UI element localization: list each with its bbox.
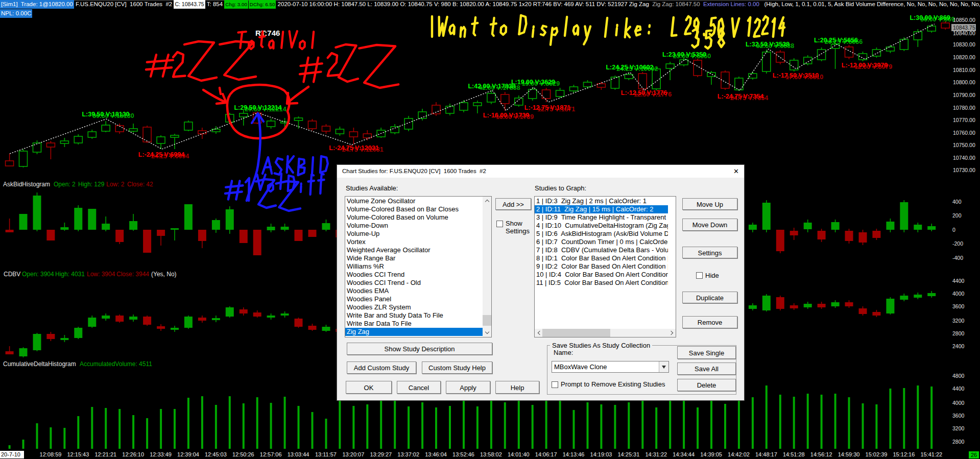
svg-text:12:57:06: 12:57:06: [260, 451, 282, 457]
svg-text:13:46:04: 13:46:04: [425, 451, 447, 457]
svg-text:10750.00: 10750.00: [953, 142, 975, 148]
svg-text:10780.00: 10780.00: [953, 105, 975, 111]
svg-text:L:32.50 V:3538: L:32.50 V:3538: [746, 41, 790, 48]
svg-text:Close: 3944: Close: 3944: [116, 271, 149, 278]
svg-text:4800: 4800: [952, 373, 965, 379]
svg-text:4400: 4400: [952, 278, 965, 284]
svg-text:L:23.00 V:5350: L:23.00 V:5350: [662, 51, 706, 58]
svg-text:10850.00: 10850.00: [953, 17, 975, 23]
svg-text:L:29.50 V:12214: L:29.50 V:12214: [234, 104, 281, 111]
svg-text:L:-24.75 V:12031: L:-24.75 V:12031: [329, 144, 378, 152]
svg-text:Low: 2: Low: 2: [106, 181, 125, 188]
svg-text:12:26:10: 12:26:10: [122, 451, 144, 457]
svg-text:AccumulatedVolume: 4511: AccumulatedVolume: 4511: [80, 360, 152, 368]
svg-text:0: 0: [952, 227, 955, 233]
svg-text:4000: 4000: [952, 400, 965, 406]
svg-text:12:21:21: 12:21:21: [94, 451, 116, 457]
svg-text:L:-12.00 V:3979: L:-12.00 V:3979: [842, 62, 888, 69]
svg-text:L:-16.00 V:1739: L:-16.00 V:1739: [483, 112, 529, 119]
svg-text:12:45:03: 12:45:03: [205, 451, 227, 457]
svg-text:14:19:03: 14:19:03: [590, 451, 612, 457]
svg-text:13:20:07: 13:20:07: [342, 451, 364, 457]
svg-text:3600: 3600: [952, 413, 965, 419]
svg-text:L:-24.25 V:6994: L:-24.25 V:6994: [138, 151, 184, 158]
svg-text:13:37:02: 13:37:02: [397, 451, 419, 457]
svg-text:14:51:28: 14:51:28: [783, 451, 805, 457]
svg-text:10800.00: 10800.00: [953, 79, 975, 85]
svg-text:12:08:59: 12:08:59: [40, 451, 62, 457]
svg-text:RT:746: RT:746: [255, 29, 280, 37]
svg-text:2400: 2400: [952, 343, 965, 349]
svg-text:12:15:43: 12:15:43: [67, 451, 89, 457]
svg-text:13:11:57: 13:11:57: [315, 451, 337, 457]
svg-text:13:58:02: 13:58:02: [480, 451, 502, 457]
svg-text:14:25:31: 14:25:31: [617, 451, 639, 457]
svg-text:13:52:46: 13:52:46: [452, 451, 474, 457]
svg-text:L:19.00 V:3629: L:19.00 V:3629: [511, 79, 555, 86]
svg-text:L:20.25 V:5656: L:20.25 V:5656: [814, 37, 858, 44]
svg-text:14:48:17: 14:48:17: [755, 451, 777, 457]
svg-text:4400: 4400: [952, 385, 965, 392]
svg-text:12:50:26: 12:50:26: [232, 451, 254, 457]
svg-text:14:39:05: 14:39:05: [700, 451, 722, 457]
svg-text:12:39:04: 12:39:04: [177, 451, 199, 457]
svg-text:10740.00: 10740.00: [953, 155, 975, 161]
svg-text:-400: -400: [952, 255, 963, 261]
svg-text:High: 4031: High: 4031: [55, 271, 85, 278]
svg-text:10820.00: 10820.00: [953, 54, 975, 60]
svg-text:10843.75: 10843.75: [953, 25, 975, 31]
svg-text:L:24.25 V:10602: L:24.25 V:10602: [606, 64, 653, 71]
svg-text:13:03:44: 13:03:44: [288, 451, 309, 457]
svg-text:2800: 2800: [952, 439, 965, 445]
svg-text:15:12:16: 15:12:16: [893, 451, 915, 457]
svg-text:2800: 2800: [952, 330, 965, 336]
svg-text:3200: 3200: [952, 425, 965, 431]
svg-text:L:-24.75 V:7354: L:-24.75 V:7354: [718, 93, 763, 100]
svg-text:L:-12.75 V:1871: L:-12.75 V:1871: [524, 104, 570, 111]
svg-text:14:06:17: 14:06:17: [535, 451, 557, 457]
svg-text:14:56:12: 14:56:12: [810, 451, 832, 457]
svg-text:Open: 2: Open: 2: [54, 181, 76, 188]
svg-text:CDBV: CDBV: [4, 271, 20, 278]
svg-text:15:41:22: 15:41:22: [920, 451, 942, 457]
svg-text:3600: 3600: [952, 303, 965, 309]
svg-text:12:33:49: 12:33:49: [150, 451, 172, 457]
svg-text:14:01:40: 14:01:40: [508, 451, 530, 457]
svg-text:14:59:30: 14:59:30: [838, 451, 860, 457]
svg-text:10730.00: 10730.00: [953, 167, 975, 173]
svg-text:L:-17.50 V:3510: L:-17.50 V:3510: [773, 72, 819, 79]
svg-text:14:13:46: 14:13:46: [563, 451, 585, 457]
svg-text:(Yes, No): (Yes, No): [151, 271, 177, 278]
svg-text:10790.00: 10790.00: [953, 92, 975, 98]
svg-text:20-7-10: 20-7-10: [1, 451, 20, 457]
svg-text:-200: -200: [952, 240, 963, 247]
svg-text:Close: 42: Close: 42: [127, 181, 153, 188]
svg-text:L:39.50 V:18130: L:39.50 V:18130: [82, 111, 129, 118]
svg-text:10760.00: 10760.00: [953, 130, 975, 136]
svg-text:L:30.00 V:869: L:30.00 V:869: [910, 14, 950, 21]
svg-text:26: 26: [971, 452, 977, 458]
svg-text:10770.00: 10770.00: [953, 117, 975, 123]
svg-text:14:42:02: 14:42:02: [728, 451, 750, 457]
svg-text:Low: 3904: Low: 3904: [87, 271, 115, 278]
svg-text:4000: 4000: [952, 291, 965, 297]
svg-text:CumulativeDeltaHistogram: CumulativeDeltaHistogram: [3, 360, 76, 368]
svg-text:14:31:22: 14:31:22: [645, 451, 667, 457]
svg-text:AskBidHistogram: AskBidHistogram: [3, 181, 50, 188]
svg-text:200: 200: [952, 212, 962, 219]
svg-text:High: 129: High: 129: [78, 181, 105, 188]
svg-text:3200: 3200: [952, 318, 965, 324]
svg-text:13:29:27: 13:29:27: [370, 451, 392, 457]
svg-text:10810.00: 10810.00: [953, 67, 975, 73]
svg-text:14:34:44: 14:34:44: [673, 451, 695, 457]
svg-text:15:02:39: 15:02:39: [866, 451, 888, 457]
svg-text:L:-12.50 V:1776: L:-12.50 V:1776: [621, 89, 667, 96]
svg-text:L:42.00 V:17838: L:42.00 V:17838: [468, 83, 515, 90]
svg-text:400: 400: [952, 199, 962, 205]
svg-text:10830.00: 10830.00: [953, 41, 975, 47]
svg-text:Open: 3904: Open: 3904: [22, 271, 54, 278]
